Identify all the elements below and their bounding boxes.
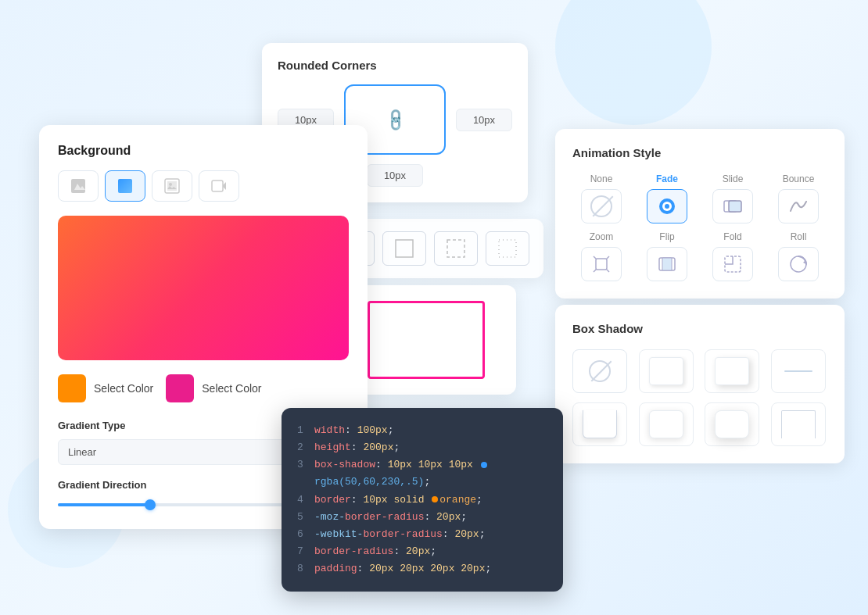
pink-border-box [368, 301, 485, 379]
svg-rect-8 [729, 201, 741, 212]
svg-line-10 [594, 256, 597, 259]
line-num-6: 6 [297, 526, 307, 543]
color-selector-2[interactable]: Select Color [166, 374, 261, 402]
code-line-7: 7 border-radius: 20px; [297, 543, 547, 560]
anim-item-fold[interactable]: Fold [704, 231, 762, 281]
anim-item-roll[interactable]: Roll [769, 231, 827, 281]
code-line-3: 3 box-shadow: 10px 10px 10px rgba(50,60,… [297, 456, 547, 491]
code-text-2: height: 200px; [314, 439, 547, 456]
svg-rect-9 [596, 259, 607, 270]
svg-rect-23 [212, 181, 223, 191]
shadow-s5[interactable] [639, 402, 694, 446]
shadow-s4[interactable] [572, 402, 627, 446]
svg-point-22 [169, 183, 172, 186]
shadow-s4-preview [583, 410, 617, 438]
code-text-7: border-radius: 20px; [314, 543, 547, 560]
border-style-dashed[interactable] [434, 231, 478, 266]
shadow-s7[interactable] [771, 402, 826, 446]
gradient-preview [58, 216, 349, 360]
svg-rect-19 [118, 179, 132, 193]
anim-label-zoom: Zoom [590, 231, 614, 242]
bg-type-fill[interactable] [58, 170, 99, 202]
line-num-5: 5 [297, 509, 307, 526]
link-icon: 🔗 [382, 106, 409, 134]
code-line-1: 1 width: 100px; [297, 422, 547, 439]
bg-type-image[interactable] [152, 170, 192, 202]
border-style-dotted[interactable] [486, 231, 529, 266]
svg-point-6 [665, 204, 669, 209]
svg-rect-21 [167, 181, 177, 191]
background-title: Background [58, 144, 349, 158]
shadow-s1-preview [649, 357, 683, 385]
anim-label-slide: Slide [723, 173, 744, 184]
anim-label-fade: Fade [656, 173, 678, 184]
code-panel: 1 width: 100px; 2 height: 200px; 3 box-s… [282, 408, 563, 592]
slider-thumb[interactable] [145, 499, 156, 510]
anim-label-fold: Fold [723, 231, 741, 242]
code-line-2: 2 height: 200px; [297, 439, 547, 456]
shadow-s5-preview [649, 410, 683, 438]
shadow-s2-preview [715, 357, 749, 385]
anim-item-slide[interactable]: Slide [704, 173, 762, 223]
bg-type-video[interactable] [199, 170, 239, 202]
anim-icon-none [581, 189, 622, 223]
border-style-solid[interactable] [382, 231, 426, 266]
color-selector-1[interactable]: Select Color [58, 374, 153, 402]
color-2-label: Select Color [202, 382, 261, 395]
code-text-4: border: 10px solid orange; [314, 492, 547, 509]
animation-style-card: Animation Style None Fade Slide [555, 129, 845, 299]
svg-line-11 [606, 256, 609, 259]
anim-item-flip[interactable]: Flip [638, 231, 696, 281]
anim-label-roll: Roll [791, 231, 807, 242]
shadow-s6-preview [715, 410, 749, 438]
code-text-3: box-shadow: 10px 10px 10px rgba(50,60,23… [314, 456, 547, 491]
svg-line-12 [594, 269, 597, 272]
anim-label-bounce: Bounce [783, 173, 815, 184]
color-selectors: Select Color Select Color [58, 374, 349, 402]
box-shadow-title: Box Shadow [572, 322, 827, 335]
code-line-5: 5 -moz-border-radius: 20px; [297, 509, 547, 526]
line-num-4: 4 [297, 492, 307, 509]
anim-icon-bounce [778, 189, 819, 223]
corner-top-right-input[interactable] [456, 109, 512, 131]
line-num-3: 3 [297, 456, 307, 491]
shadow-s3[interactable] [771, 349, 826, 393]
code-text-1: width: 100px; [314, 422, 547, 439]
decorative-blob-1 [555, 0, 712, 125]
color-1-label: Select Color [94, 382, 153, 395]
svg-rect-15 [662, 258, 672, 270]
anim-icon-flip [647, 247, 687, 281]
svg-rect-2 [447, 240, 464, 257]
color-swatch-2 [166, 374, 194, 402]
code-line-4: 4 border: 10px solid orange; [297, 492, 547, 509]
shadow-none-icon [589, 360, 611, 382]
code-text-8: padding: 20px 20px 20px 20px; [314, 560, 547, 577]
svg-rect-1 [396, 240, 413, 257]
anim-item-fade[interactable]: Fade [638, 173, 696, 223]
line-num-1: 1 [297, 422, 307, 439]
slider-track[interactable] [58, 503, 300, 506]
anim-label-none: None [590, 173, 613, 184]
animation-grid: None Fade Slide [572, 173, 827, 281]
shadow-grid [572, 349, 827, 446]
no-icon [590, 195, 612, 217]
box-shadow-card: Box Shadow [555, 305, 845, 463]
anim-item-zoom[interactable]: Zoom [572, 231, 630, 281]
anim-item-none[interactable]: None [572, 173, 630, 223]
bg-type-gradient[interactable] [105, 170, 145, 202]
line-num-2: 2 [297, 439, 307, 456]
corner-bottom-input[interactable] [367, 164, 423, 187]
anim-item-bounce[interactable]: Bounce [769, 173, 827, 223]
anim-label-flip: Flip [659, 231, 674, 242]
code-line-6: 6 -webkit-border-radius: 20px; [297, 526, 547, 543]
shadow-none[interactable] [572, 349, 627, 393]
color-swatch-1 [58, 374, 86, 402]
code-line-8: 8 padding: 20px 20px 20px 20px; [297, 560, 547, 577]
shadow-s1[interactable] [639, 349, 694, 393]
shadow-s3-preview [784, 370, 812, 372]
anim-icon-fade [647, 189, 687, 223]
line-num-7: 7 [297, 543, 307, 560]
anim-icon-roll [778, 247, 819, 281]
shadow-s6[interactable] [705, 402, 759, 446]
shadow-s2[interactable] [705, 349, 759, 393]
